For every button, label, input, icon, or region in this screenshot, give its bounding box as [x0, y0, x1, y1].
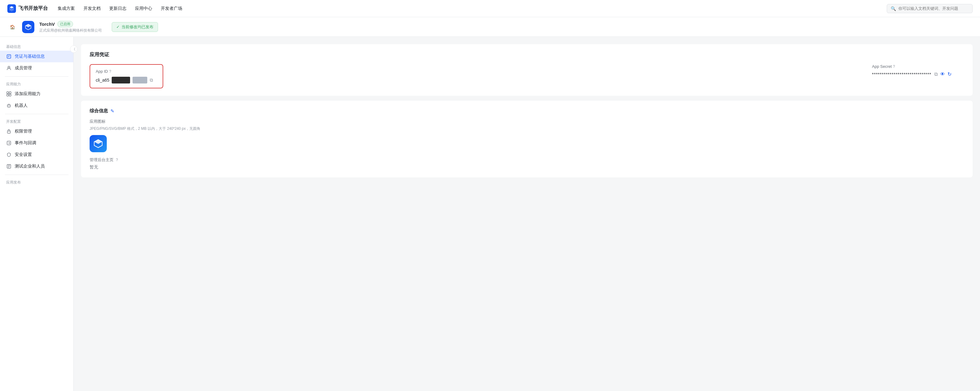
logo-icon [7, 4, 16, 13]
top-navigation: 飞书开放平台 集成方案 开发文档 更新日志 应用中心 开发者广场 🔍 [0, 0, 980, 17]
app-subtitle: 正式应用@杭州萌嘉网络科技有限公司 [39, 28, 102, 33]
sidebar-item-add-capability[interactable]: 添加应用能力 [0, 88, 73, 100]
app-secret-actions: ⧉ 👁 ↻ [934, 71, 951, 77]
credentials-card: 应用凭证 App ID ? cli_a65 ⧉ [81, 44, 973, 96]
sidebar-item-credentials[interactable]: 凭证与基础信息 [0, 51, 73, 62]
search-icon: 🔍 [891, 6, 896, 11]
admin-home-help-icon[interactable]: ? [116, 158, 118, 162]
app-secret-label: App Secret ? [872, 64, 952, 69]
published-badge: ✓ 当前修改均已发布 [112, 22, 158, 32]
app-secret-copy-icon[interactable]: ⧉ [934, 72, 938, 77]
svg-point-4 [8, 66, 10, 68]
app-id-label: App ID ? [96, 69, 157, 73]
permission-icon [6, 129, 12, 134]
app-id-masked-dark [112, 77, 130, 83]
app-id-text: cli_a65 [96, 78, 109, 83]
sidebar-item-permission[interactable]: 权限管理 [0, 126, 73, 137]
app-name: TorchV [39, 21, 55, 27]
sidebar-item-test-enterprise[interactable]: 测试企业和人员 [0, 161, 73, 172]
search-bar[interactable]: 🔍 [887, 4, 973, 13]
sidebar-test-enterprise-label: 测试企业和人员 [15, 164, 45, 169]
app-secret-help-icon[interactable]: ? [893, 64, 895, 69]
sidebar-section-capability: 应用能力 [0, 79, 73, 88]
sidebar-section-basic: 基础信息 [0, 42, 73, 51]
sidebar: 基础信息 凭证与基础信息 成员管理 应用能力 添加应用能力 机器人 [0, 37, 74, 391]
comprehensive-header: 综合信息 ✎ [90, 108, 964, 114]
home-button[interactable]: 🏠 [7, 22, 17, 32]
nav-docs[interactable]: 开发文档 [83, 6, 101, 11]
app-id-box: App ID ? cli_a65 ⧉ [90, 64, 163, 88]
nav-changelog[interactable]: 更新日志 [109, 6, 126, 11]
logo[interactable]: 飞书开放平台 [7, 4, 48, 13]
svg-rect-14 [7, 131, 10, 133]
robot-icon [6, 103, 12, 109]
search-input[interactable] [898, 6, 969, 11]
app-secret-view-icon[interactable]: 👁 [940, 72, 945, 77]
nav-appcenter[interactable]: 应用中心 [135, 6, 152, 11]
comprehensive-card: 综合信息 ✎ 应用图标 JPEG/PNG/SVG/BMP 格式，2 MB 以内，… [81, 101, 973, 177]
sidebar-section-dev: 开发配置 [0, 117, 73, 126]
sidebar-item-robot[interactable]: 机器人 [0, 100, 73, 112]
sidebar-section-release: 应用发布 [0, 177, 73, 186]
sidebar-credentials-label: 凭证与基础信息 [15, 54, 45, 59]
sidebar-robot-label: 机器人 [15, 103, 28, 109]
sidebar-item-members[interactable]: 成员管理 [0, 62, 73, 74]
svg-point-11 [9, 105, 10, 106]
nav-integration[interactable]: 集成方案 [58, 6, 75, 11]
app-id-copy-icon[interactable]: ⧉ [150, 77, 153, 83]
sidebar-divider-1 [5, 77, 68, 77]
admin-home-field: 管理后台主页 ? 暂无 [90, 157, 964, 170]
sidebar-security-label: 安全设置 [15, 152, 32, 158]
comprehensive-title: 综合信息 [90, 108, 108, 114]
nav-links: 集成方案 开发文档 更新日志 应用中心 开发者广场 [58, 6, 182, 11]
nav-devplaza[interactable]: 开发者广场 [161, 6, 182, 11]
events-icon [6, 140, 12, 146]
main-content: 应用凭证 App ID ? cli_a65 ⧉ [74, 37, 980, 391]
app-id-masked-gray [132, 77, 147, 83]
members-icon [6, 65, 12, 71]
sidebar-members-label: 成员管理 [15, 65, 32, 71]
app-secret-refresh-icon[interactable]: ↻ [948, 71, 951, 77]
svg-point-10 [8, 105, 9, 106]
app-secret-block: App Secret ? ***************************… [872, 64, 964, 77]
icon-field-label: 应用图标 [90, 119, 964, 124]
svg-rect-7 [7, 94, 9, 96]
credentials-title: 应用凭证 [90, 51, 964, 58]
comprehensive-edit-icon[interactable]: ✎ [110, 109, 115, 114]
sidebar-events-label: 事件与回调 [15, 140, 36, 146]
icon-field-hint: JPEG/PNG/SVG/BMP 格式，2 MB 以内，大于 240*240 p… [90, 126, 964, 131]
admin-home-label: 管理后台主页 ? [90, 157, 964, 163]
app-status-badge: 已启用 [57, 21, 73, 27]
svg-rect-1 [7, 54, 11, 58]
credentials-row: App ID ? cli_a65 ⧉ App Secret ? [90, 64, 964, 88]
svg-point-13 [9, 104, 9, 104]
svg-rect-9 [7, 105, 10, 107]
app-id-help-icon[interactable]: ? [109, 69, 111, 73]
app-header: 🏠 TorchV 已启用 正式应用@杭州萌嘉网络科技有限公司 ✓ 当前修改均已发… [0, 17, 980, 37]
svg-rect-6 [9, 92, 11, 94]
main-layout: 《 基础信息 凭证与基础信息 成员管理 应用能力 添加应用能力 [0, 17, 980, 391]
svg-rect-8 [9, 94, 11, 96]
app-secret-stars: ****************************** [872, 72, 931, 77]
check-icon: ✓ [116, 24, 120, 29]
app-id-value-row: cli_a65 ⧉ [96, 77, 157, 83]
sidebar-collapse-button[interactable]: 《 [70, 45, 77, 53]
svg-rect-5 [7, 92, 9, 94]
credentials-icon [6, 54, 12, 59]
sidebar-divider-2 [5, 114, 68, 114]
sidebar-item-events[interactable]: 事件与回调 [0, 137, 73, 149]
sidebar-add-capability-label: 添加应用能力 [15, 91, 40, 97]
icon-field: 应用图标 JPEG/PNG/SVG/BMP 格式，2 MB 以内，大于 240*… [90, 119, 964, 152]
app-secret-value-row: ****************************** ⧉ 👁 ↻ [872, 71, 952, 77]
security-icon [6, 152, 12, 158]
sidebar-item-security[interactable]: 安全设置 [0, 149, 73, 161]
sidebar-permission-label: 权限管理 [15, 129, 32, 134]
published-text: 当前修改均已发布 [121, 24, 153, 30]
add-capability-icon [6, 91, 12, 97]
app-icon-preview [90, 135, 107, 152]
admin-home-value: 暂无 [90, 164, 964, 170]
app-icon [22, 21, 34, 33]
test-enterprise-icon [6, 164, 12, 169]
app-info: TorchV 已启用 正式应用@杭州萌嘉网络科技有限公司 [39, 21, 102, 33]
